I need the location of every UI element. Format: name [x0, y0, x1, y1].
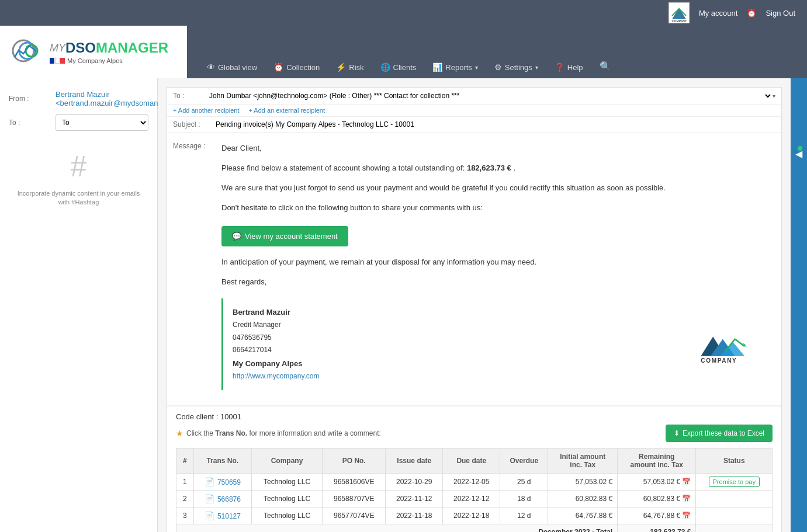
calendar-icon[interactable]: 📅	[682, 495, 691, 503]
to-select[interactable]: To	[56, 114, 148, 131]
clock-icon: ⏰	[747, 9, 756, 18]
email-to-row: To : John Dumbar <john@technolog.com> (R…	[167, 88, 781, 105]
nav-reports-label: Reports	[445, 63, 472, 72]
nav-clients-label: Clients	[393, 63, 417, 72]
cell-remaining-amount: 60,802.83 € 📅	[618, 490, 696, 507]
top-header: COMPANY My account ⏰ Sign Out	[0, 0, 807, 26]
svg-text:COMPANY: COMPANY	[701, 357, 737, 364]
logo-manager: MANAGER	[96, 40, 168, 56]
cell-overdue: 25 d	[500, 473, 548, 490]
nav-risk-label: Risk	[349, 63, 363, 72]
cell-due-date: 2022-12-18	[443, 507, 500, 524]
nav-global-view-label: Global view	[218, 63, 257, 72]
sign-out-link[interactable]: Sign Out	[766, 9, 795, 18]
body-line1: Please find below a statement of account…	[221, 162, 770, 175]
nav-collection-label: Collection	[286, 63, 320, 72]
pdf-icon: 📄	[205, 494, 214, 503]
settings-dropdown-icon: ▾	[535, 64, 538, 71]
cell-issue-date: 2022-11-12	[386, 490, 443, 507]
status-badge: Promise to pay	[709, 477, 760, 487]
calendar-icon[interactable]: 📅	[682, 478, 691, 486]
body-closing: Best regards,	[221, 276, 770, 288]
nav-help-label: Help	[567, 63, 583, 72]
click-info-left: ★ Click the Trans No. for more informati…	[176, 429, 381, 438]
download-icon: ⬇	[674, 429, 680, 437]
main-container: From : Bertrand Mazuir <bertrand.mazuir@…	[0, 78, 807, 532]
subject-label: Subject :	[173, 120, 211, 128]
nav-help[interactable]: ❓ Help	[546, 58, 591, 78]
message-label: Message :	[173, 142, 211, 150]
cell-status	[696, 507, 773, 524]
logo-subtitle: My Company Alpes	[50, 57, 168, 64]
cell-initial-amount: 64,767.88 €	[548, 507, 618, 524]
subject-row: Subject :	[167, 117, 781, 133]
code-client-value: 10001	[220, 412, 241, 421]
col-remaining-amount: Remainingamount inc. Tax	[618, 448, 696, 473]
cell-num: 1	[176, 473, 194, 490]
sig-title: Credit Manager	[233, 319, 678, 332]
export-excel-button[interactable]: ⬇ Export these data to Excel	[666, 425, 773, 442]
add-external-recipient-link[interactable]: + Add an external recipient	[248, 107, 325, 114]
nav-reports[interactable]: 📊 Reports ▾	[424, 58, 486, 78]
view-account-statement-button[interactable]: 💬 View my account statement	[221, 226, 348, 246]
col-overdue: Overdue	[500, 448, 548, 473]
add-another-recipient-link[interactable]: + Add another recipient	[173, 107, 239, 114]
cell-trans-no[interactable]: 📄 750659	[193, 473, 251, 490]
signature-block: Bertrand Mazuir Credit Manager 047653679…	[221, 298, 770, 390]
export-label: Export these data to Excel	[683, 429, 764, 437]
my-account-link[interactable]: My account	[699, 9, 737, 18]
sig-phone2: 0664217014	[233, 344, 678, 357]
nav-collection[interactable]: ⏰ Collection	[265, 58, 328, 78]
hashtag-text: Incorporate dynamic content in your emai…	[15, 189, 143, 207]
to-field-select[interactable]: John Dumbar <john@technolog.com> (Role :…	[207, 91, 773, 100]
nav-items: 👁 Global view ⏰ Collection ⚡ Risk 🌐 Clie…	[199, 56, 619, 78]
nav-risk[interactable]: ⚡ Risk	[328, 58, 372, 78]
cell-trans-no[interactable]: 📄 510127	[193, 507, 251, 524]
nav-clients[interactable]: 🌐 Clients	[372, 58, 425, 78]
col-trans-no: Trans No.	[193, 448, 251, 473]
speech-bubble-icon: 💬	[232, 232, 241, 241]
data-table: # Trans No. Company PO No. Issue date Du…	[176, 448, 773, 532]
cell-po-no: 96577074VE	[323, 507, 386, 524]
trans-link[interactable]: 510127	[217, 512, 241, 520]
help-icon: ❓	[555, 62, 564, 72]
total-value: 182,623.73 €	[618, 524, 696, 532]
body-line2: We are sure that you just forgot to send…	[221, 182, 770, 194]
right-panel[interactable]: ◀	[791, 78, 807, 532]
cell-trans-no[interactable]: 📄 566876	[193, 490, 251, 507]
cell-num: 3	[176, 507, 194, 524]
sig-link[interactable]: http://www.mycompany.com	[233, 372, 320, 380]
pdf-icon: 📄	[205, 477, 214, 486]
sig-company: My Company Alpes	[233, 357, 678, 370]
body-line1-end: .	[513, 164, 515, 172]
nav-global-view[interactable]: 👁 Global view	[199, 58, 265, 78]
svg-text:COMPANY: COMPANY	[672, 19, 687, 23]
nav-search-button[interactable]: 🔍	[591, 56, 619, 78]
pdf-icon: 📄	[205, 511, 214, 520]
col-company: Company	[251, 448, 322, 473]
nav-settings[interactable]: ⚙ Settings ▾	[486, 58, 546, 78]
cell-due-date: 2022-12-12	[443, 490, 500, 507]
trans-link[interactable]: 750659	[217, 478, 241, 486]
signature-logo: COMPANY	[690, 324, 760, 364]
subject-input[interactable]	[216, 120, 775, 128]
to-label: To :	[9, 119, 56, 127]
notification-dot	[798, 146, 802, 151]
eye-icon: 👁	[207, 62, 215, 72]
col-po-no: PO No.	[323, 448, 386, 473]
email-content: To : John Dumbar <john@technolog.com> (R…	[158, 78, 791, 532]
col-num: #	[176, 448, 194, 473]
cell-num: 2	[176, 490, 194, 507]
client-code-text: Code client : 10001	[176, 412, 773, 421]
chart-icon: 📊	[432, 62, 442, 72]
calendar-icon[interactable]: 📅	[682, 512, 691, 520]
cell-initial-amount: 60,802.83 €	[548, 490, 618, 507]
cell-due-date: 2022-12-05	[443, 473, 500, 490]
cell-overdue: 12 d	[500, 507, 548, 524]
logo-bar: MY DSO MANAGER My Company Alpes 👁 Global…	[0, 26, 807, 78]
logo-text: MY DSO MANAGER My Company Alpes	[50, 40, 168, 64]
cell-company: Technolog LLC	[251, 507, 322, 524]
trans-link[interactable]: 566876	[217, 495, 241, 503]
search-icon: 🔍	[600, 61, 611, 72]
total-row: December 2022 - Total 182,623.73 €	[176, 524, 773, 532]
